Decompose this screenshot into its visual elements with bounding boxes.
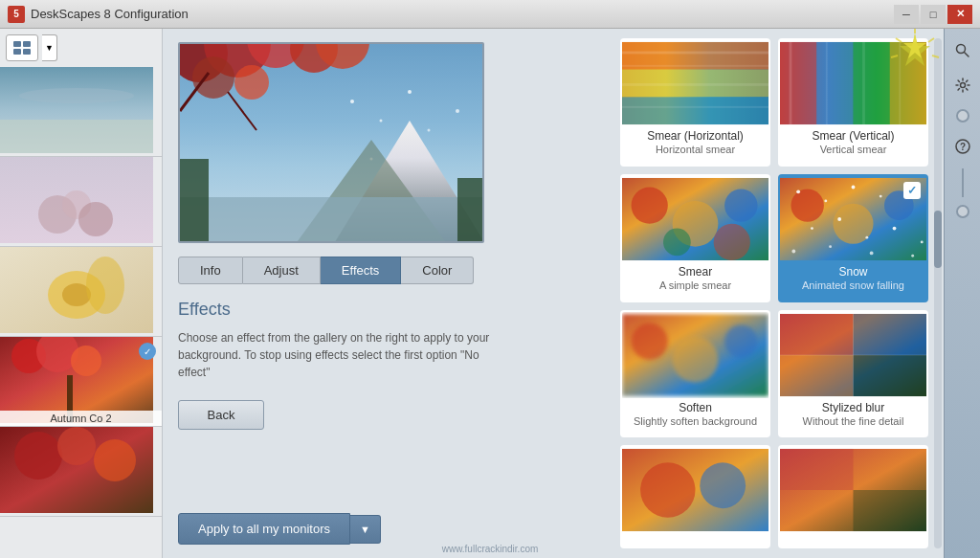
window-title: DeskScapes 8 Configuration: [31, 7, 189, 21]
svg-point-87: [632, 323, 668, 359]
thumbnail-item[interactable]: [0, 157, 162, 247]
svg-point-36: [456, 109, 459, 113]
svg-rect-51: [622, 83, 768, 86]
effect-card-soften[interactable]: Soften Slightly soften background: [620, 310, 770, 438]
svg-line-104: [964, 53, 969, 57]
effect-card-smear-vertical[interactable]: Smear (Vertical) Vertical smear: [778, 38, 928, 167]
svg-text:?: ?: [959, 142, 965, 152]
thumbnail-item[interactable]: [0, 247, 162, 337]
connector-node-2: [956, 205, 969, 218]
svg-point-74: [852, 185, 856, 189]
effect-name: Snow: [780, 262, 926, 279]
svg-rect-41: [180, 159, 209, 243]
svg-point-6: [19, 88, 134, 103]
svg-point-105: [960, 83, 965, 88]
svg-point-79: [865, 235, 868, 238]
back-button[interactable]: Back: [178, 400, 264, 430]
svg-point-77: [811, 227, 813, 230]
effect-name: Soften: [622, 398, 768, 415]
svg-point-10: [78, 202, 113, 236]
effect-card-smear-horizontal[interactable]: Smear (Horizontal) Horizontal smear: [620, 38, 770, 167]
connector-node-1: [956, 109, 969, 123]
svg-rect-57: [890, 42, 926, 124]
sidebar-view-button[interactable]: [6, 34, 38, 61]
svg-point-80: [893, 226, 897, 230]
settings-button[interactable]: [948, 71, 977, 100]
svg-rect-93: [780, 355, 854, 396]
tab-info[interactable]: Info: [178, 257, 243, 284]
svg-point-66: [663, 228, 691, 256]
close-button[interactable]: ✕: [947, 5, 972, 24]
preview-image: [178, 42, 484, 243]
sidebar-dropdown-button[interactable]: ▼: [42, 34, 57, 61]
svg-rect-56: [854, 42, 890, 124]
svg-point-85: [911, 255, 914, 257]
effect-desc: Animated snow falling: [780, 279, 926, 295]
effect-desc: Slightly soften background: [622, 415, 768, 431]
svg-point-32: [350, 100, 354, 103]
svg-point-63: [632, 187, 668, 223]
maximize-button[interactable]: □: [921, 5, 946, 24]
svg-point-67: [714, 224, 750, 260]
svg-point-78: [837, 217, 841, 221]
svg-rect-2: [13, 49, 21, 55]
thumbnail-item[interactable]: [0, 427, 162, 517]
svg-point-31: [234, 65, 269, 100]
svg-point-21: [14, 432, 62, 480]
thumbnail-item[interactable]: [0, 67, 162, 157]
effect-card-smear[interactable]: Smear A simple smear: [620, 174, 770, 302]
help-button[interactable]: ?: [948, 132, 977, 161]
svg-rect-102: [854, 490, 927, 531]
svg-point-73: [824, 199, 827, 202]
window-controls: ─ □ ✕: [894, 5, 972, 24]
title-bar-left: 5 DeskScapes 8 Configuration: [8, 6, 189, 23]
effect-card-extra1[interactable]: [620, 445, 770, 548]
svg-rect-49: [622, 52, 768, 55]
tab-effects[interactable]: Effects: [321, 257, 402, 284]
sidebar: ▼: [0, 29, 163, 558]
selected-check-icon: ✓: [903, 182, 921, 199]
svg-point-88: [673, 336, 719, 382]
svg-point-65: [724, 189, 757, 221]
main-container: ▼: [0, 29, 980, 558]
scrollbar-thumb[interactable]: [934, 211, 942, 268]
svg-point-72: [796, 190, 800, 193]
effect-card-extra2[interactable]: [778, 445, 928, 548]
svg-rect-60: [862, 42, 865, 124]
svg-point-34: [408, 90, 412, 94]
svg-rect-94: [854, 355, 927, 396]
svg-point-18: [71, 346, 101, 376]
effect-name: Stylized blur: [780, 398, 926, 415]
sidebar-toolbar: ▼: [0, 29, 162, 67]
effect-card-snow[interactable]: ✓: [778, 174, 928, 302]
svg-rect-54: [780, 42, 816, 124]
right-panel: Smear (Horizontal) Horizontal smear: [616, 29, 980, 558]
thumbnail-list: ✓ Autumn Co 2: [0, 67, 162, 558]
svg-rect-55: [816, 42, 853, 124]
svg-point-82: [791, 249, 795, 253]
effects-title: Effects: [178, 300, 601, 320]
app-icon: 5: [8, 6, 25, 23]
tab-color[interactable]: Color: [401, 257, 474, 284]
effects-description: Choose an effect from the gallery on the…: [178, 329, 503, 381]
svg-rect-5: [0, 120, 153, 153]
minimize-button[interactable]: ─: [894, 5, 919, 24]
search-button[interactable]: [948, 36, 977, 65]
svg-point-33: [380, 120, 383, 123]
svg-point-81: [921, 240, 924, 243]
thumbnail-item[interactable]: ✓ Autumn Co 2: [0, 337, 162, 427]
apply-button[interactable]: Apply to all my monitors: [178, 513, 350, 545]
svg-rect-101: [780, 449, 854, 490]
selected-badge: ✓: [139, 343, 156, 360]
apply-bar: Apply to all my monitors ▼: [178, 513, 601, 545]
apply-dropdown-button[interactable]: ▼: [350, 515, 381, 544]
svg-point-14: [86, 257, 124, 314]
svg-rect-92: [854, 313, 927, 354]
effect-card-stylized-blur[interactable]: Stylized blur Without the fine detail: [778, 310, 928, 438]
svg-rect-40: [180, 197, 484, 243]
effects-grid: Smear (Horizontal) Horizontal smear: [620, 38, 970, 548]
content-area: Info Adjust Effects Color Effects Choose…: [163, 29, 616, 558]
tab-adjust[interactable]: Adjust: [243, 257, 321, 284]
effect-desc: [780, 537, 926, 541]
svg-point-83: [829, 245, 832, 248]
